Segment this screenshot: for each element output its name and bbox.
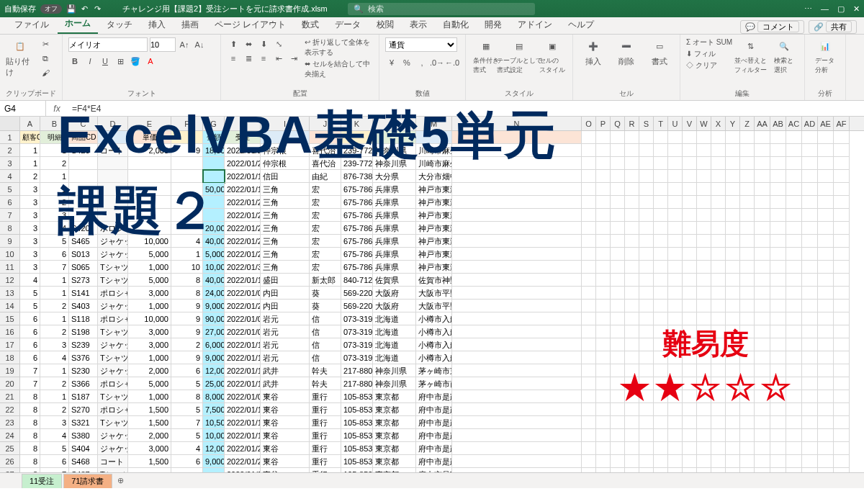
cell[interactable] <box>98 157 128 170</box>
cell[interactable] <box>697 300 711 312</box>
cell[interactable] <box>596 442 611 455</box>
cell[interactable]: 2022/01/08 <box>225 390 261 403</box>
cell[interactable]: 3,000 <box>128 287 171 300</box>
col-header-Y[interactable]: Y <box>726 117 740 130</box>
col-header-AD[interactable]: AD <box>802 117 818 130</box>
cell[interactable]: 3,000 <box>128 442 171 455</box>
cell[interactable]: 6 <box>20 338 40 351</box>
cell[interactable] <box>611 183 625 196</box>
cell[interactable] <box>834 287 850 300</box>
cell[interactable] <box>668 442 683 455</box>
cell[interactable]: 2022/01/03 <box>225 312 261 325</box>
cell[interactable] <box>582 300 596 312</box>
cell[interactable] <box>770 131 786 144</box>
bold-icon[interactable]: B <box>68 55 81 68</box>
cell[interactable] <box>755 416 770 429</box>
cell[interactable]: 重行 <box>310 429 341 442</box>
cell[interactable] <box>452 312 582 325</box>
cell[interactable] <box>818 261 834 274</box>
cell[interactable] <box>654 144 668 157</box>
col-header-X[interactable]: X <box>711 117 726 130</box>
cell[interactable]: 4 <box>40 222 69 235</box>
cell[interactable]: 6 <box>20 351 40 364</box>
cell[interactable] <box>683 222 697 235</box>
cell[interactable]: 岩元 <box>261 325 310 338</box>
cell[interactable] <box>818 416 834 429</box>
cell[interactable] <box>740 325 755 338</box>
row-header[interactable]: 2 <box>0 144 20 157</box>
cell[interactable] <box>452 170 582 183</box>
cell[interactable]: 1,000 <box>128 261 171 274</box>
cell[interactable] <box>786 455 802 468</box>
cell[interactable] <box>802 287 818 300</box>
cell[interactable]: 葵 <box>310 287 341 300</box>
cell[interactable] <box>452 377 582 390</box>
cell[interactable] <box>834 196 850 209</box>
cell[interactable]: 神戸市東灘区住吉宮町X-X-XX <box>416 209 452 222</box>
cell[interactable]: 3 <box>20 261 40 274</box>
cell[interactable] <box>625 364 639 377</box>
cell[interactable] <box>697 287 711 300</box>
cell[interactable]: S270 <box>69 403 98 416</box>
cell[interactable] <box>770 403 786 416</box>
cell[interactable] <box>697 261 711 274</box>
cell[interactable]: コート <box>98 144 128 157</box>
cell[interactable]: 幹夫 <box>310 364 341 377</box>
cell[interactable]: 岩元 <box>261 312 310 325</box>
row-header[interactable]: 17 <box>0 338 20 351</box>
cell[interactable]: ポロシャツ <box>98 287 128 300</box>
cell[interactable] <box>625 351 639 364</box>
cell[interactable] <box>654 209 668 222</box>
cell[interactable]: Tシャツ <box>98 416 128 429</box>
cell[interactable] <box>625 196 639 209</box>
cell[interactable]: 4 <box>40 351 69 364</box>
cell[interactable] <box>582 287 596 300</box>
cell[interactable]: 府中市是政X-X-XXランフォルセXXX <box>416 455 452 468</box>
cell[interactable]: 顧客CD <box>20 131 40 144</box>
cell[interactable] <box>786 209 802 222</box>
cell[interactable]: 小樽市入船X-X-XX <box>416 312 452 325</box>
cell[interactable] <box>654 403 668 416</box>
cell[interactable]: 6 <box>20 312 40 325</box>
cell[interactable]: ポロシャツ <box>98 403 128 416</box>
cell[interactable] <box>611 416 625 429</box>
cell[interactable] <box>711 455 726 468</box>
cell[interactable] <box>582 222 596 235</box>
cell[interactable] <box>611 222 625 235</box>
cell[interactable]: 三角 <box>261 235 310 248</box>
cell[interactable] <box>818 287 834 300</box>
cell[interactable]: 4 <box>40 429 69 442</box>
cell[interactable]: 9 <box>171 351 203 364</box>
cell[interactable]: 宏 <box>310 209 341 222</box>
cell[interactable] <box>611 287 625 300</box>
cell[interactable] <box>802 170 818 183</box>
cell[interactable]: 2 <box>171 338 203 351</box>
cell[interactable] <box>755 196 770 209</box>
cell[interactable]: 3 <box>20 235 40 248</box>
cell[interactable] <box>625 222 639 235</box>
cell[interactable] <box>711 209 726 222</box>
cell[interactable]: S403 <box>69 300 98 312</box>
row-header[interactable]: 24 <box>0 429 20 442</box>
cell[interactable]: 岩元 <box>261 338 310 351</box>
cell[interactable]: 10,000 <box>203 261 225 274</box>
cell[interactable]: 8 <box>20 455 40 468</box>
cell[interactable]: 27,000 <box>203 325 225 338</box>
cell[interactable] <box>452 183 582 196</box>
cell[interactable]: 金額 <box>203 131 225 144</box>
cell[interactable] <box>726 287 740 300</box>
align-top-icon[interactable]: ⬆ <box>227 37 240 50</box>
cell[interactable] <box>596 351 611 364</box>
cell[interactable] <box>582 209 596 222</box>
cell[interactable] <box>639 157 654 170</box>
cell[interactable] <box>683 274 697 287</box>
cell[interactable]: 神戸市東灘区住吉宮町X-X-XX <box>416 235 452 248</box>
tab-挿入[interactable]: 挿入 <box>141 16 173 34</box>
cell[interactable]: 105-8539 <box>341 429 373 442</box>
cell[interactable] <box>683 248 697 261</box>
cell[interactable] <box>786 338 802 351</box>
cell[interactable] <box>802 377 818 390</box>
cell[interactable] <box>611 338 625 351</box>
format-table-button[interactable]: ▤テーブルとして 書式設定 <box>505 37 534 75</box>
cell[interactable] <box>452 196 582 209</box>
